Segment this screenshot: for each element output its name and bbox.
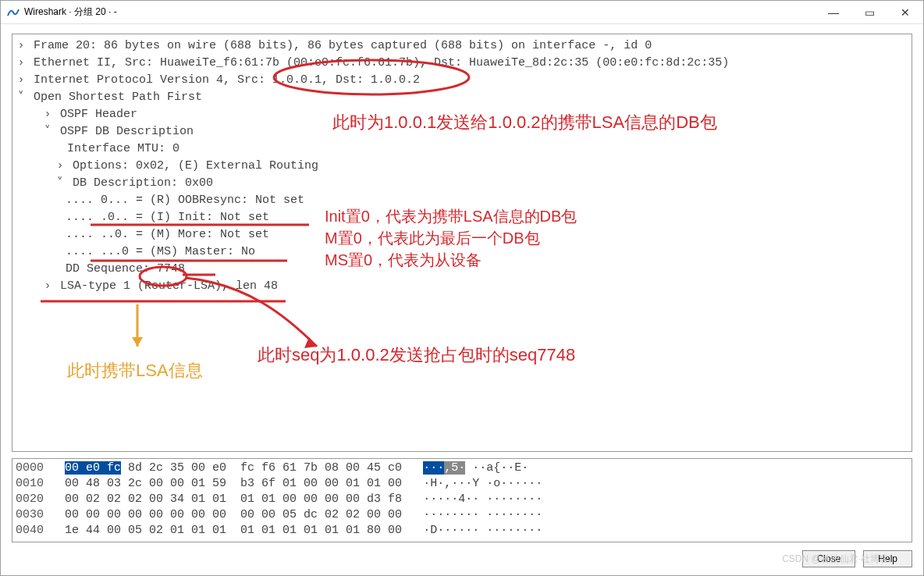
tree-flag-ms[interactable]: .... ...0 = (MS) Master: No xyxy=(16,244,908,261)
toggle-icon[interactable]: › xyxy=(16,72,27,89)
svg-marker-5 xyxy=(304,337,317,348)
toggle-icon[interactable]: ˅ xyxy=(55,175,66,192)
toggle-icon[interactable]: › xyxy=(16,37,27,55)
tree-flag-i[interactable]: .... .0.. = (I) Init: Not set xyxy=(16,209,908,226)
tree-ospf-header[interactable]: › OSPF Header xyxy=(16,106,908,123)
window-title: Wireshark · 分组 20 · - xyxy=(24,5,117,19)
minimize-button[interactable]: — xyxy=(816,1,851,23)
hex-row[interactable]: 0030 00 00 00 00 00 00 00 00 00 00 05 dc… xyxy=(16,507,908,523)
tree-ip[interactable]: › Internet Protocol Version 4, Src: 1.0.… xyxy=(16,72,908,89)
main-area: › Frame 20: 86 bytes on wire (688 bits),… xyxy=(1,24,923,547)
hex-row[interactable]: 0040 1e 44 00 05 02 01 01 01 01 01 01 01… xyxy=(16,523,908,539)
tree-dbd[interactable]: ˅ DB Description: 0x00 xyxy=(16,175,908,192)
toggle-icon[interactable]: › xyxy=(16,55,27,72)
toggle-icon[interactable]: › xyxy=(55,158,66,175)
toggle-icon[interactable]: › xyxy=(42,278,53,295)
tree-flag-r[interactable]: .... 0... = (R) OOBResync: Not set xyxy=(16,192,908,209)
tree-ospf-dbdesc[interactable]: ˅ OSPF DB Description xyxy=(16,123,908,140)
tree-options[interactable]: › Options: 0x02, (E) External Routing xyxy=(16,158,908,175)
app-window: Wireshark · 分组 20 · - — ▭ ✕ › Frame 20: … xyxy=(0,0,924,576)
tree-dd-seq[interactable]: DD Sequence: 7748 xyxy=(16,261,908,278)
titlebar: Wireshark · 分组 20 · - — ▭ ✕ xyxy=(1,1,923,24)
tree-mtu[interactable]: Interface MTU: 0 xyxy=(16,140,908,158)
ip-src-dst: 1.0.0.1, Dst: 1.0.0.2 xyxy=(272,73,420,87)
window-controls: — ▭ ✕ xyxy=(816,1,923,23)
tree-lsa[interactable]: › LSA-type 1 (Router-LSA), len 48 xyxy=(16,278,908,295)
annotation-text-3: 此时seq为1.0.0.2发送抢占包时的seq7748 xyxy=(258,347,575,364)
footer: CSDN @林波仙君·社博客 Close Help xyxy=(1,547,923,575)
hex-row[interactable]: 0020 00 02 02 02 00 34 01 01 01 01 00 00… xyxy=(16,492,908,507)
hex-dump-pane[interactable]: 0000 00 e0 fc 8d 2c 35 00 e0 fc f6 61 7b… xyxy=(12,458,912,542)
hex-highlight: 00 e0 fc xyxy=(65,461,121,475)
toggle-icon[interactable]: ˅ xyxy=(16,89,27,106)
wireshark-icon xyxy=(7,6,20,19)
close-button[interactable]: Close xyxy=(802,550,856,567)
maximize-button[interactable]: ▭ xyxy=(851,1,887,23)
tree-ethernet[interactable]: › Ethernet II, Src: HuaweiTe_f6:61:7b (0… xyxy=(16,55,908,72)
hex-row[interactable]: 0000 00 e0 fc 8d 2c 35 00 e0 fc f6 61 7b… xyxy=(16,460,908,476)
svg-marker-6 xyxy=(132,337,143,347)
tree-ospf[interactable]: ˅ Open Shortest Path First xyxy=(16,89,908,106)
packet-detail-pane[interactable]: › Frame 20: 86 bytes on wire (688 bits),… xyxy=(12,34,912,452)
tree-frame[interactable]: › Frame 20: 86 bytes on wire (688 bits),… xyxy=(16,37,908,55)
annotation-text-4: 此时携带LSA信息 xyxy=(67,362,203,379)
toggle-icon[interactable]: › xyxy=(42,106,53,123)
hex-row[interactable]: 0010 00 48 03 2c 00 00 01 59 b3 6f 01 00… xyxy=(16,476,908,492)
tree-flag-m[interactable]: .... ..0. = (M) More: Not set xyxy=(16,226,908,244)
toggle-icon[interactable]: ˅ xyxy=(42,123,53,140)
close-window-button[interactable]: ✕ xyxy=(887,1,923,23)
help-button[interactable]: Help xyxy=(863,550,912,567)
